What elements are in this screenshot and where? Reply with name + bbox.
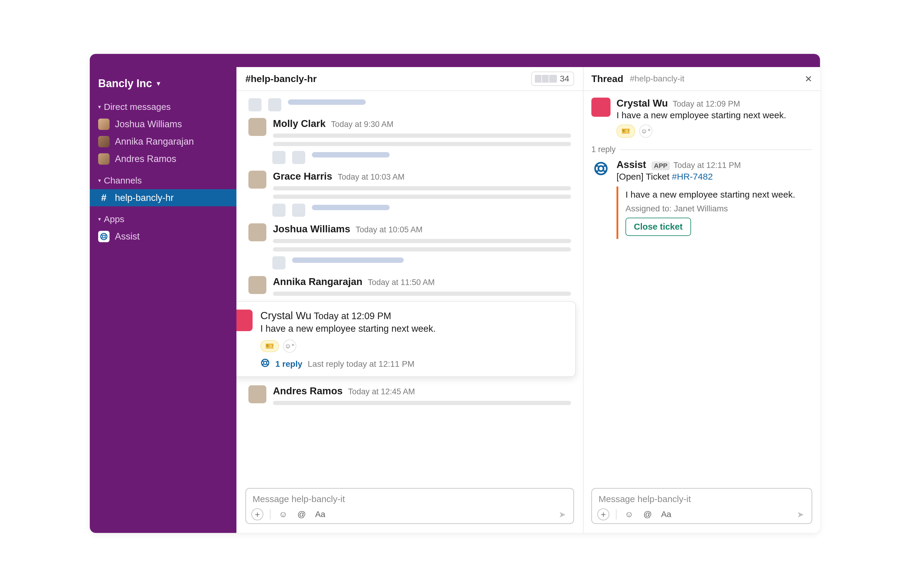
thread-pane: Thread #help-bancly-it ✕ Crystal Wu Toda… [584,67,820,533]
channel-item-help-bancly-hr[interactable]: # help-bancly-hr [90,189,237,206]
message-skeleton [237,254,583,272]
ticket-status: [Open] Ticket [616,172,672,181]
section-channels[interactable]: ▾ Channels [90,172,237,189]
message-composer[interactable]: Message help-bancly-it ＋ ☺ @ Aa ➤ [245,488,574,524]
attach-button[interactable]: ＋ [251,509,264,520]
message-author: Andres Ramos [273,385,343,397]
add-reaction-button[interactable]: ☺⁺ [283,340,296,353]
attach-button[interactable]: ＋ [597,509,609,520]
svg-point-4 [595,163,607,175]
svg-point-3 [264,361,267,365]
send-button[interactable]: ➤ [794,509,806,520]
avatar [248,118,266,136]
message-time: Today at 9:30 AM [331,120,394,129]
mention-button[interactable]: @ [641,509,654,520]
svg-point-5 [598,166,603,171]
message-item[interactable]: Molly Clark Today at 9:30 AM [237,114,583,148]
channel-pane: #help-bancly-hr 34 [237,67,584,533]
member-count-button[interactable]: 34 [531,72,574,86]
dm-item[interactable]: Annika Rangarajan [90,133,237,150]
svg-point-2 [262,359,269,366]
reaction-ticket-badge[interactable]: 🎫 [616,124,635,138]
dm-name: Annika Rangarajan [115,136,194,147]
app-badge: APP [651,161,670,170]
mention-button[interactable]: @ [296,509,308,520]
section-direct-messages[interactable]: ▾ Direct messages [90,98,237,116]
hash-icon: # [98,192,110,203]
ticket-link[interactable]: #HR-7482 [672,172,713,181]
dm-item[interactable]: Joshua Williams [90,116,237,133]
message-time: Today at 12:45 AM [348,387,415,396]
message-item[interactable]: Grace Harris Today at 10:03 AM [237,167,583,201]
avatar [248,385,266,403]
caret-down-icon: ▾ [98,103,101,110]
section-apps[interactable]: ▾ Apps [90,210,237,228]
message-list[interactable]: Molly Clark Today at 9:30 AM Gra [237,91,583,483]
composer-placeholder: Message help-bancly-it [251,493,568,509]
window-body: Bancly Inc ▾ ▾ Direct messages Joshua Wi… [90,67,820,533]
channel-header: #help-bancly-hr 34 [237,67,583,91]
message-author: Crystal Wu [260,310,311,321]
member-count: 34 [560,74,569,84]
avatar [98,153,110,165]
avatar [98,136,110,147]
section-label: Channels [104,175,142,186]
formatting-button[interactable]: Aa [660,509,672,520]
bot-name: Assist [616,159,646,170]
member-avatars [534,74,557,83]
message-author: Molly Clark [273,118,325,129]
close-ticket-button[interactable]: Close ticket [626,218,691,236]
thread-composer[interactable]: Message help-bancly-it ＋ ☺ @ Aa ➤ [591,488,812,524]
message-time: Today at 11:50 AM [368,278,435,287]
message-time: Today at 12:09 PM [673,99,740,109]
slack-window: Bancly Inc ▾ ▾ Direct messages Joshua Wi… [90,54,820,533]
channel-name: help-bancly-hr [115,192,173,203]
message-skeleton [237,148,583,167]
composer-toolbar: ＋ ☺ @ Aa ➤ [251,509,568,520]
message-item[interactable]: Joshua Williams Today at 10:05 AM [237,219,583,254]
ticket-status-line: [Open] Ticket #HR-7482 [616,172,812,182]
message-skeleton [237,201,583,219]
thread-header: Thread #help-bancly-it ✕ [584,67,820,91]
workspace-switcher[interactable]: Bancly Inc ▾ [90,70,237,98]
message-author: Joshua Williams [273,223,350,235]
thread-summary[interactable]: 1 reply Last reply today at 12:11 PM [260,358,566,370]
dm-name: Andres Ramos [115,154,176,164]
message-item-highlighted[interactable]: Crystal Wu Today at 12:09 PM I have a ne… [237,301,576,377]
message-text: I have a new employee starting next week… [260,323,566,334]
workspace-name: Bancly Inc [98,77,152,90]
avatar [248,171,266,189]
composer-placeholder: Message help-bancly-it [597,493,806,509]
send-button[interactable]: ➤ [556,509,568,520]
thread-body: Crystal Wu Today at 12:09 PM I have a ne… [584,91,820,480]
close-thread-button[interactable]: ✕ [805,74,812,84]
ticket-quote: I have a new employee starting next week… [626,189,812,200]
message-item[interactable]: Andres Ramos Today at 12:45 AM [237,381,583,407]
message-item[interactable]: Annika Rangarajan Today at 11:50 AM [237,272,583,298]
ticket-attachment: I have a new employee starting next week… [616,186,812,239]
message-skeleton [237,96,583,114]
caret-down-icon: ▾ [98,177,101,184]
window-titlebar [90,54,820,67]
chevron-down-icon: ▾ [157,79,160,87]
formatting-button[interactable]: Aa [314,509,326,520]
message-time: Today at 10:05 AM [356,225,422,234]
thread-reply-bot[interactable]: Assist APP Today at 12:11 PM [Open] Tick… [591,159,812,239]
divider [270,509,270,520]
reactions-bar: 🎫 ☺⁺ [260,340,566,353]
section-label: Apps [104,214,124,224]
assist-app-icon [98,231,110,242]
message-text: I have a new employee starting next week… [616,110,812,120]
dm-name: Joshua Williams [115,119,182,130]
thread-root-message[interactable]: Crystal Wu Today at 12:09 PM I have a ne… [591,98,812,138]
emoji-button[interactable]: ☺ [277,509,289,520]
emoji-button[interactable]: ☺ [623,509,635,520]
thread-subtitle[interactable]: #help-bancly-it [630,74,684,84]
dm-item[interactable]: Andres Ramos [90,150,237,168]
channel-title[interactable]: #help-bancly-hr [245,73,317,84]
app-item-assist[interactable]: Assist [90,228,237,245]
avatar [591,98,611,117]
message-author: Annika Rangarajan [273,276,362,288]
reaction-ticket-badge[interactable]: 🎫 [260,340,279,352]
add-reaction-button[interactable]: ☺⁺ [639,124,653,138]
